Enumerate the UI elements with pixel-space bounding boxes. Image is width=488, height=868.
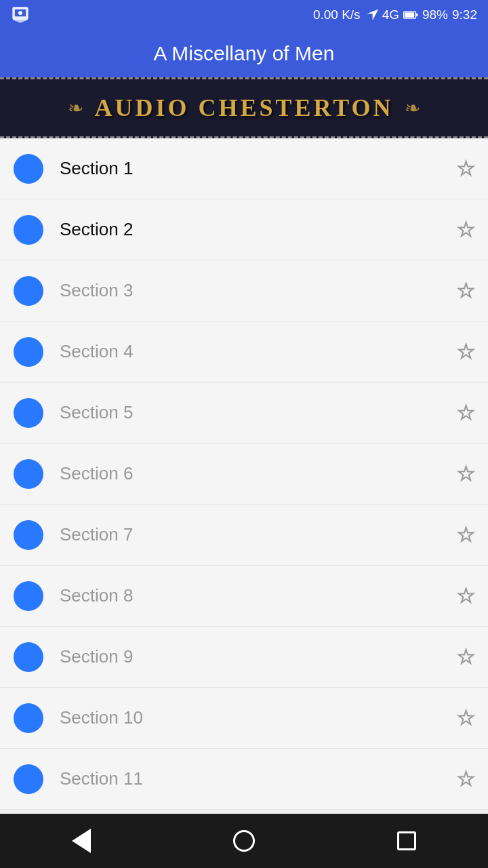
list-item[interactable]: Section 10★ — [0, 688, 488, 749]
list-item[interactable]: Section 6★ — [0, 443, 488, 505]
favorite-star-icon[interactable]: ★ — [458, 340, 474, 363]
home-button[interactable] — [224, 821, 264, 861]
section-list: Section 1★Section 2★Section 3★Section 4★… — [0, 138, 488, 814]
section-label: Section 2 — [60, 219, 458, 240]
section-dot — [14, 642, 43, 672]
back-button[interactable] — [61, 821, 102, 861]
recents-button[interactable] — [386, 821, 427, 861]
time: 9:32 — [452, 7, 477, 22]
favorite-star-icon[interactable]: ★ — [458, 218, 474, 241]
list-item[interactable]: Section 7★ — [0, 505, 488, 566]
page-title: A Miscellany of Men — [154, 42, 335, 64]
section-label: Section 3 — [60, 280, 458, 301]
favorite-star-icon[interactable]: ★ — [458, 524, 474, 546]
network-type: 4G — [382, 7, 399, 22]
banner-text: AUDIO CHESTERTON — [94, 94, 393, 122]
bottom-navigation — [0, 814, 488, 868]
status-bar: 0.00 K/s 4G 98% 9:32 — [0, 0, 488, 30]
svg-rect-6 — [415, 14, 418, 16]
section-dot — [14, 154, 43, 184]
section-label: Section 5 — [60, 402, 458, 423]
favorite-star-icon[interactable]: ★ — [458, 768, 474, 790]
section-label: Section 6 — [60, 463, 458, 484]
battery-pct: 98% — [422, 7, 448, 22]
section-dot — [14, 215, 43, 245]
svg-marker-1 — [12, 20, 28, 23]
favorite-star-icon[interactable]: ★ — [458, 462, 474, 485]
list-item[interactable]: Section 5★ — [0, 382, 488, 443]
banner-ornament-left: ❧ — [68, 97, 83, 119]
list-item[interactable]: Section 3★ — [0, 260, 488, 321]
status-info: 0.00 K/s 4G 98% 9:32 — [313, 7, 477, 22]
svg-rect-7 — [405, 12, 414, 17]
list-item[interactable]: Section 2★ — [0, 199, 488, 260]
section-dot — [14, 520, 43, 550]
section-label: Section 1 — [60, 158, 458, 179]
svg-point-3 — [18, 11, 22, 15]
list-item[interactable]: Section 4★ — [0, 321, 488, 382]
network-speed: 0.00 K/s — [313, 7, 361, 22]
app-header: A Miscellany of Men — [0, 30, 488, 77]
section-dot — [14, 459, 43, 489]
section-label: Section 9 — [60, 646, 458, 667]
favorite-star-icon[interactable]: ★ — [458, 401, 474, 424]
banner-ornament-right: ❧ — [405, 97, 420, 119]
list-item[interactable]: Section 8★ — [0, 566, 488, 627]
section-label: Section 11 — [60, 768, 458, 789]
list-item[interactable]: Section 9★ — [0, 627, 488, 688]
banner: ❧ AUDIO CHESTERTON ❧ — [0, 77, 488, 138]
status-app-icon — [11, 5, 30, 24]
favorite-star-icon[interactable]: ★ — [458, 585, 474, 607]
section-dot — [14, 398, 43, 428]
section-label: Section 7 — [60, 524, 458, 545]
section-dot — [14, 276, 43, 306]
section-dot — [14, 337, 43, 367]
favorite-star-icon[interactable]: ★ — [458, 157, 474, 180]
section-dot — [14, 703, 43, 733]
section-dot — [14, 764, 43, 794]
section-label: Section 4 — [60, 341, 458, 362]
svg-marker-4 — [367, 9, 378, 21]
favorite-star-icon[interactable]: ★ — [458, 707, 474, 729]
favorite-star-icon[interactable]: ★ — [458, 279, 474, 302]
recents-icon — [397, 831, 416, 850]
list-item[interactable]: Section 1★ — [0, 138, 488, 199]
home-icon — [233, 830, 255, 852]
section-dot — [14, 581, 43, 611]
back-icon — [72, 829, 91, 853]
favorite-star-icon[interactable]: ★ — [458, 646, 474, 668]
section-label: Section 8 — [60, 585, 458, 606]
list-item[interactable]: Section 11★ — [0, 749, 488, 810]
section-label: Section 10 — [60, 707, 458, 728]
